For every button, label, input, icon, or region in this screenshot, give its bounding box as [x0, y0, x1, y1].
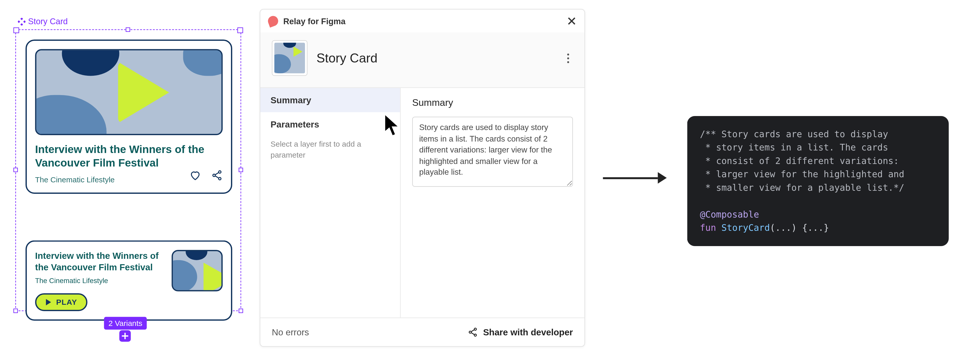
component-thumbnail: [272, 40, 307, 76]
card-title: Interview with the Winners of the Vancou…: [35, 143, 223, 170]
svg-rect-3: [23, 20, 25, 23]
tab-parameters[interactable]: Parameters: [260, 112, 400, 137]
summary-heading: Summary: [412, 97, 573, 108]
play-button-label: PLAY: [56, 298, 77, 307]
code-comment-line: * smaller view for a playable list.*/: [700, 182, 904, 192]
close-icon[interactable]: [566, 16, 577, 26]
card-title-small: Interview with the Winners of the Vancou…: [35, 250, 163, 273]
code-comment-line: * story items in a list. The cards: [700, 142, 888, 153]
relay-logo-icon: [266, 14, 280, 27]
relay-titlebar: Relay for Figma: [260, 10, 584, 33]
relay-component-name: Story Card: [317, 51, 377, 65]
figma-component-label[interactable]: Story Card: [18, 17, 68, 26]
summary-textarea[interactable]: [412, 117, 573, 187]
play-icon: [204, 263, 223, 291]
play-button[interactable]: PLAY: [35, 294, 88, 312]
component-label-text: Story Card: [28, 17, 68, 26]
share-icon: [468, 327, 478, 337]
code-signature: (...) {...}: [770, 222, 829, 233]
code-comment-line: /** Story cards are used to display: [700, 129, 888, 139]
svg-rect-2: [18, 20, 20, 23]
play-icon: [118, 62, 169, 123]
relay-main: Summary: [401, 88, 584, 318]
sidebar-hint: Select a layer first to add a parameter: [260, 137, 400, 163]
svg-rect-0: [21, 17, 23, 20]
hero-image: [35, 49, 223, 135]
story-card-small[interactable]: Interview with the Winners of the Vancou…: [25, 240, 232, 321]
add-variant-button[interactable]: [119, 330, 131, 342]
share-label: Share with developer: [483, 327, 573, 337]
code-keyword: fun: [700, 222, 716, 233]
heart-icon[interactable]: [189, 169, 201, 181]
flow-arrow: [603, 167, 667, 189]
code-annotation: @Composable: [700, 209, 759, 219]
relay-footer: No errors Share with developer: [260, 318, 584, 346]
relay-sidebar: Summary Parameters Select a layer first …: [260, 88, 401, 318]
tab-summary[interactable]: Summary: [260, 88, 400, 112]
relay-header: Story Card: [260, 33, 584, 88]
relay-app-title: Relay for Figma: [283, 16, 345, 26]
error-status: No errors: [272, 327, 309, 337]
component-icon: [18, 17, 25, 25]
variant-count-badge: 2 Variants: [104, 317, 147, 330]
code-comment-line: * larger view for the highlighted and: [700, 169, 904, 179]
card-subtitle: The Cinematic Lifestyle: [35, 175, 115, 184]
share-with-developer-button[interactable]: Share with developer: [468, 327, 573, 337]
plus-icon: [121, 332, 129, 340]
story-card-large[interactable]: Interview with the Winners of the Vancou…: [25, 40, 232, 194]
code-function-name: StoryCard: [721, 222, 770, 233]
code-comment-line: * consist of 2 different variations:: [700, 156, 899, 166]
relay-panel: Relay for Figma Story Card Summary Param…: [260, 9, 585, 347]
overflow-menu-button[interactable]: [563, 49, 573, 67]
play-icon: [45, 299, 52, 305]
share-icon[interactable]: [211, 169, 223, 181]
hero-image-small: [172, 250, 223, 291]
arrow-head-icon: [658, 172, 667, 184]
svg-rect-1: [21, 23, 23, 25]
code-output: /** Story cards are used to display * st…: [687, 116, 949, 246]
card-subtitle-small: The Cinematic Lifestyle: [35, 277, 163, 284]
figma-selection-frame[interactable]: Interview with the Winners of the Vancou…: [15, 29, 241, 311]
